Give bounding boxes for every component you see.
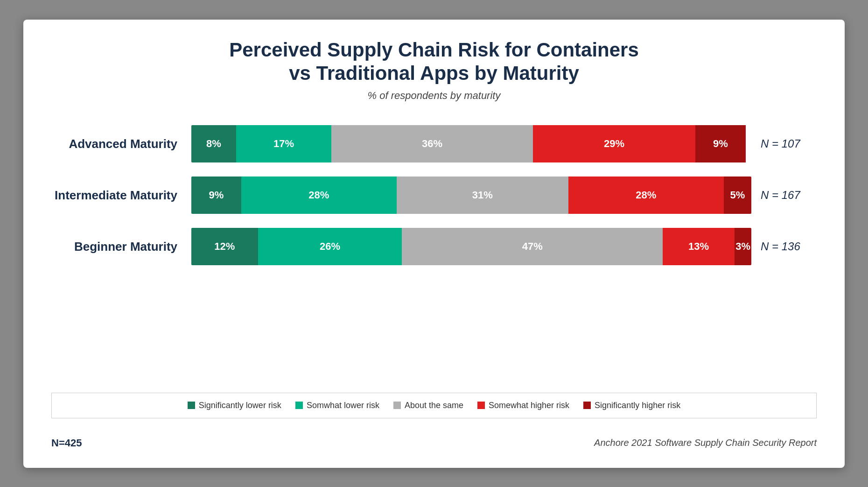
legend-swatch (295, 402, 303, 409)
credit: Anchore 2021 Software Supply Chain Secur… (594, 438, 817, 448)
bar-segment: 12% (191, 228, 258, 265)
legend-swatch (477, 402, 485, 409)
footer: N=425 Anchore 2021 Software Supply Chain… (51, 437, 817, 449)
legend-label: About the same (405, 401, 463, 410)
bar-segment: 8% (191, 125, 236, 162)
chart-title: Perceived Supply Chain Risk for Containe… (51, 38, 817, 85)
legend-swatch (583, 402, 591, 409)
bar-segment: 29% (533, 125, 695, 162)
bar-segment: 28% (568, 176, 724, 214)
bar-row: Beginner Maturity12%26%47%13%3%N = 136 (51, 228, 817, 265)
legend-item: About the same (393, 401, 463, 410)
legend-swatch (188, 402, 195, 409)
legend-item: Significantly higher risk (583, 401, 680, 410)
chart-area: Advanced Maturity8%17%36%29%9%N = 107Int… (51, 125, 817, 383)
bar-segment: 28% (241, 176, 397, 214)
legend-item: Somewhat higher risk (477, 401, 569, 410)
bar-segment: 47% (402, 228, 662, 265)
bar-container: 9%28%31%28%5% (191, 176, 751, 214)
legend: Significantly lower riskSomwhat lower ri… (51, 393, 817, 418)
bar-container: 8%17%36%29%9% (191, 125, 751, 162)
bar-segment: 36% (331, 125, 533, 162)
bar-row: Advanced Maturity8%17%36%29%9%N = 107 (51, 125, 817, 162)
bar-segment: 5% (724, 176, 751, 214)
chart-card: Perceived Supply Chain Risk for Containe… (23, 20, 845, 468)
bar-container: 12%26%47%13%3% (191, 228, 751, 265)
bar-segment: 17% (236, 125, 331, 162)
bar-segment: 9% (695, 125, 746, 162)
legend-item: Significantly lower risk (188, 401, 281, 410)
chart-subtitle: % of respondents by maturity (51, 90, 817, 102)
row-label: Advanced Maturity (51, 137, 191, 151)
row-n: N = 136 (751, 240, 817, 253)
legend-label: Somewhat higher risk (489, 401, 569, 410)
legend-item: Somwhat lower risk (295, 401, 379, 410)
legend-swatch (393, 402, 401, 409)
row-n: N = 167 (751, 189, 817, 202)
bar-segment: 31% (397, 176, 568, 214)
legend-label: Significantly higher risk (595, 401, 680, 410)
bar-segment: 26% (258, 228, 402, 265)
bar-segment: 13% (663, 228, 735, 265)
legend-label: Significantly lower risk (199, 401, 281, 410)
row-label: Beginner Maturity (51, 240, 191, 254)
row-n: N = 107 (751, 137, 817, 150)
bar-row: Intermediate Maturity9%28%31%28%5%N = 16… (51, 176, 817, 214)
legend-label: Somwhat lower risk (307, 401, 379, 410)
bar-segment: 3% (735, 228, 751, 265)
total-n: N=425 (51, 437, 82, 449)
bar-segment: 9% (191, 176, 241, 214)
row-label: Intermediate Maturity (51, 188, 191, 203)
